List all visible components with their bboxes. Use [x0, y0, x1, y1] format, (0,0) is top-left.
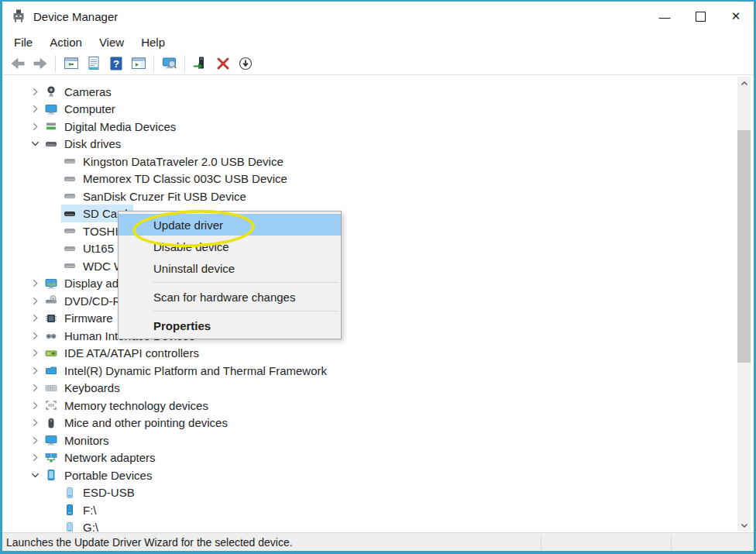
tree-item-content[interactable]: Memory technology devices — [43, 397, 214, 415]
tree-item[interactable]: SD Card — [2, 205, 737, 223]
tree-item-content[interactable]: IDE ATA/ATAPI controllers — [43, 344, 204, 362]
tree-item-content[interactable]: Portable Devices — [43, 466, 157, 484]
chevron-down-icon[interactable] — [29, 470, 40, 480]
tree-item-label: IDE ATA/ATAPI controllers — [64, 346, 199, 360]
tree-item[interactable]: Human Interface Devices — [2, 327, 737, 345]
chevron-right-icon[interactable] — [29, 418, 40, 428]
chevron-right-icon[interactable] — [29, 295, 40, 306]
disable-device-icon — [238, 56, 253, 71]
nav-forward-button[interactable] — [29, 54, 50, 74]
menu-item-disable-device[interactable]: Disable device — [119, 236, 341, 257]
chevron-right-icon[interactable] — [29, 104, 40, 115]
show-action-pane-button[interactable] — [128, 54, 149, 74]
chevron-right-icon[interactable] — [29, 400, 40, 411]
tree-item-content[interactable]: SanDisk Cruzer Fit USB Device — [61, 188, 252, 205]
menu-item-uninstall-device[interactable]: Uninstall device — [119, 257, 341, 279]
tree-scrollbar[interactable] — [737, 77, 751, 532]
menu-action[interactable]: Action — [41, 33, 91, 51]
menu-file[interactable]: File — [5, 33, 41, 51]
disable-device-button[interactable] — [235, 54, 256, 74]
scroll-up-button[interactable] — [737, 77, 751, 90]
chevron-right-icon[interactable] — [29, 452, 40, 463]
tree-item[interactable]: Portable Devices — [2, 466, 737, 484]
tree-item[interactable]: F:\ — [2, 501, 737, 519]
disk-black-icon — [64, 208, 76, 220]
tree-item[interactable]: Display ada — [2, 275, 737, 293]
tree-item[interactable]: Disk drives — [2, 136, 737, 153]
tree-item[interactable]: Ut165 U — [2, 240, 737, 258]
tree-item-content[interactable]: Kingston DataTraveler 2.0 USB Device — [61, 153, 289, 170]
chevron-right-icon[interactable] — [29, 278, 40, 289]
menu-help[interactable]: Help — [132, 33, 174, 51]
properties-button[interactable] — [83, 54, 104, 74]
tree-item[interactable]: Intel(R) Dynamic Platform and Thermal Fr… — [2, 362, 737, 380]
tree-item[interactable]: Firmware — [2, 310, 737, 328]
chevron-right-icon[interactable] — [29, 383, 40, 394]
tree-item[interactable]: IDE ATA/ATAPI controllers — [2, 345, 737, 363]
tree-item-label: Digital Media Devices — [64, 120, 176, 133]
disk-icon — [64, 155, 76, 167]
tree-item[interactable]: Keyboards — [2, 380, 737, 397]
tree-item-content[interactable]: Monitors — [43, 432, 115, 449]
chevron-right-icon[interactable] — [29, 86, 40, 97]
tree-item[interactable]: Mice and other pointing devices — [2, 415, 737, 432]
tree-item[interactable]: Computer — [2, 101, 737, 119]
chevron-right-icon[interactable] — [29, 330, 40, 341]
minimize-button[interactable]: — — [647, 2, 682, 31]
tree-item[interactable]: Cameras — [2, 83, 737, 101]
show-console-tree-button[interactable] — [60, 54, 81, 74]
tree-item-content[interactable]: Intel(R) Dynamic Platform and Thermal Fr… — [43, 362, 332, 380]
menu-item-update-driver[interactable]: Update driver — [119, 214, 341, 236]
tree-item-label: Memorex TD Classic 003C USB Device — [83, 172, 287, 185]
tree-item[interactable]: DVD/CD-RO — [2, 292, 737, 310]
tree-item-content[interactable]: Keyboards — [43, 379, 125, 397]
chevron-right-icon[interactable] — [29, 365, 40, 376]
tree-item-content[interactable]: ESD-USB — [61, 483, 140, 501]
tree-item[interactable]: Digital Media Devices — [2, 118, 737, 136]
tree-item[interactable]: TOSHIB — [2, 222, 737, 240]
show-action-pane-icon — [131, 56, 146, 71]
toolbar-separator — [55, 55, 56, 72]
tree-item-content[interactable]: Disk drives — [43, 135, 126, 153]
monitor-icon — [45, 434, 57, 446]
update-driver-button[interactable] — [190, 54, 211, 74]
nav-back-button[interactable] — [7, 54, 28, 74]
uninstall-device-button[interactable] — [212, 54, 233, 74]
show-console-tree-icon — [64, 56, 79, 71]
chevron-down-icon[interactable] — [29, 139, 40, 150]
chevron-right-icon[interactable] — [29, 121, 40, 132]
tree-item-content[interactable]: G:\ — [61, 518, 104, 532]
tree-item-content[interactable]: F:\ — [61, 501, 102, 519]
keyboard-icon — [45, 382, 57, 394]
tree-item[interactable]: Memorex TD Classic 003C USB Device — [2, 170, 737, 188]
tree-item[interactable]: Monitors — [2, 432, 737, 449]
tree-item-content[interactable]: Digital Media Devices — [43, 118, 181, 136]
menu-item-properties[interactable]: Properties — [119, 315, 341, 336]
tree-item[interactable]: WDC W — [2, 257, 737, 275]
tree-item-content[interactable]: Cameras — [43, 83, 117, 101]
tree-item-content[interactable]: Firmware — [43, 309, 119, 327]
scan-computer-button[interactable] — [159, 54, 180, 74]
tree-item-content[interactable]: Computer — [43, 100, 121, 118]
tree-item[interactable]: SanDisk Cruzer Fit USB Device — [2, 188, 737, 205]
tree-item-content[interactable]: Mice and other pointing devices — [43, 414, 233, 432]
maximize-button[interactable] — [682, 2, 718, 31]
scrollbar-thumb[interactable] — [737, 130, 751, 363]
tree-item[interactable]: G:\ — [2, 519, 737, 532]
tree-item[interactable]: Network adapters — [2, 449, 737, 467]
tree-item[interactable]: Memory technology devices — [2, 397, 737, 415]
menu-item-scan-for-hardware-changes[interactable]: Scan for hardware changes — [119, 286, 341, 308]
scroll-down-button[interactable] — [737, 518, 751, 532]
help-button[interactable]: ? — [105, 54, 126, 74]
menu-separator — [153, 282, 338, 283]
tree-item[interactable]: Kingston DataTraveler 2.0 USB Device — [2, 153, 737, 170]
chevron-right-icon[interactable] — [29, 313, 40, 324]
chevron-right-icon[interactable] — [29, 435, 40, 446]
chevron-up-icon — [741, 80, 748, 88]
chevron-right-icon[interactable] — [29, 348, 40, 359]
menu-view[interactable]: View — [91, 33, 132, 51]
tree-item-content[interactable]: Network adapters — [43, 449, 161, 466]
tree-item[interactable]: ESD-USB — [2, 484, 737, 502]
tree-item-content[interactable]: Memorex TD Classic 003C USB Device — [61, 170, 293, 188]
close-button[interactable]: ✕ — [718, 2, 754, 31]
